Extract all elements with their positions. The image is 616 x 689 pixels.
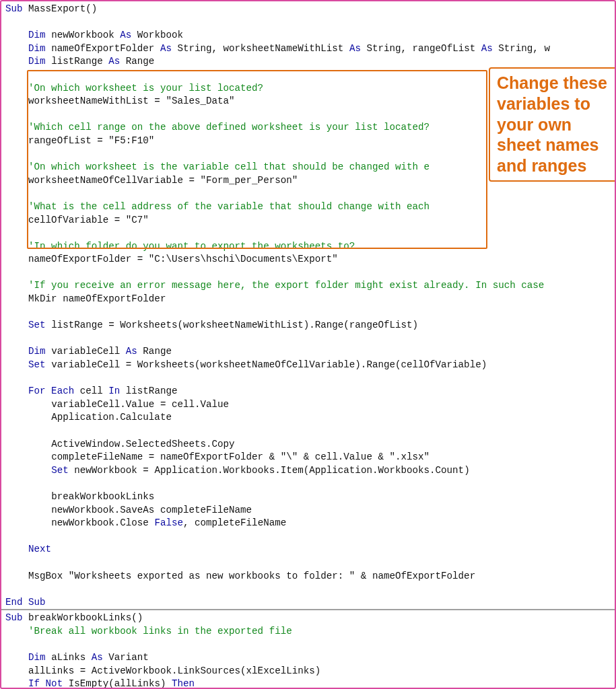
keyword-sub: Sub (5, 612, 23, 623)
comment: 'If you receive an error message here, t… (28, 280, 550, 291)
callout-annotation: Change these variables to your own sheet… (493, 70, 614, 179)
keyword-end-sub: End Sub (5, 597, 46, 608)
proc-name: breakWorkbookLinks() (23, 612, 143, 623)
proc-name: MassExport() (23, 3, 98, 14)
callout-line: sheet names (497, 135, 598, 154)
comment: 'Which cell range on the above defined w… (28, 122, 430, 133)
procedure-panel-2: Sub breakWorkbookLinks() 'Break all work… (1, 610, 615, 689)
comment: 'In which folder do you want to export t… (28, 241, 355, 252)
callout-line: Change these (497, 73, 607, 92)
comment: 'On which worksheet is your list located… (28, 83, 263, 94)
code-block-breakworkbooklinks: Sub breakWorkbookLinks() 'Break all work… (1, 610, 615, 689)
comment: 'Break all workbook links in the exporte… (28, 626, 292, 637)
comment: 'On which worksheet is the variable cell… (28, 161, 430, 172)
callout-line: variables to (497, 94, 590, 113)
comment: 'What is the cell address of the variabl… (28, 201, 430, 212)
callout-line: and ranges (497, 156, 586, 175)
code-document: Sub MassExport() Dim newWorkbook As Work… (0, 0, 616, 689)
callout-line: your own (497, 115, 572, 134)
keyword-sub: Sub (5, 3, 23, 14)
